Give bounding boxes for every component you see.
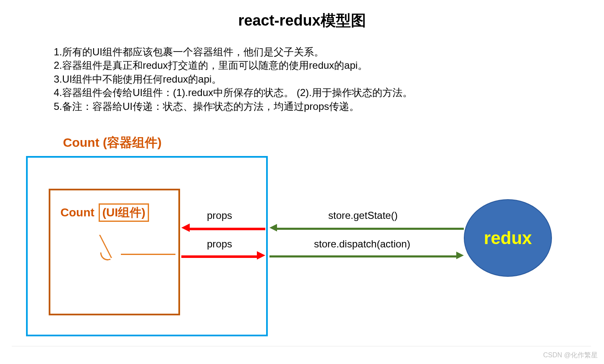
arrow-label-getstate: store.getState() (328, 210, 397, 221)
note-item: 3.UI组件中不能使用任何redux的api。 (54, 73, 413, 86)
ui-label-prefix: Count (60, 206, 94, 219)
arrow-label-dispatch: store.dispatch(action) (314, 238, 410, 250)
note-item: 1.所有的UI组件都应该包裹一个容器组件，他们是父子关系。 (54, 45, 413, 59)
notes-list: 1.所有的UI组件都应该包裹一个容器组件，他们是父子关系。 2.容器组件是真正和… (54, 45, 413, 113)
note-item: 5.备注：容器给UI传递：状态、操作状态的方法，均通过props传递。 (54, 100, 413, 113)
arrow-red-in-head-icon (181, 224, 190, 232)
ui-component-label: Count (UI组件) (60, 203, 149, 222)
hand-drawn-mark-icon (101, 235, 185, 260)
redux-label: redux (484, 228, 532, 248)
arrow-red-out-head-icon (257, 251, 265, 260)
arrow-green-in-head-icon (269, 224, 277, 231)
ui-label-boxed: (UI组件) (99, 203, 149, 222)
arrow-red-out (181, 255, 257, 258)
note-item: 4.容器组件会传给UI组件：(1).redux中所保存的状态。 (2).用于操作… (54, 86, 413, 99)
arrow-red-in (190, 228, 265, 230)
watermark: CSDN @化作繁星 (543, 351, 598, 360)
arrow-green-out-head-icon (456, 252, 464, 259)
divider (12, 346, 591, 346)
note-item: 2.容器组件是真正和redux打交道的，里面可以随意的使用redux的api。 (54, 59, 413, 72)
arrow-green-out (269, 255, 456, 257)
arrow-label-props-in: props (207, 210, 232, 221)
container-component-label: Count (容器组件) (63, 134, 162, 151)
redux-store-node: redux (464, 199, 552, 277)
arrow-green-in (277, 228, 464, 230)
page-title: react-redux模型图 (0, 10, 604, 31)
arrow-label-props-out: props (207, 238, 232, 250)
